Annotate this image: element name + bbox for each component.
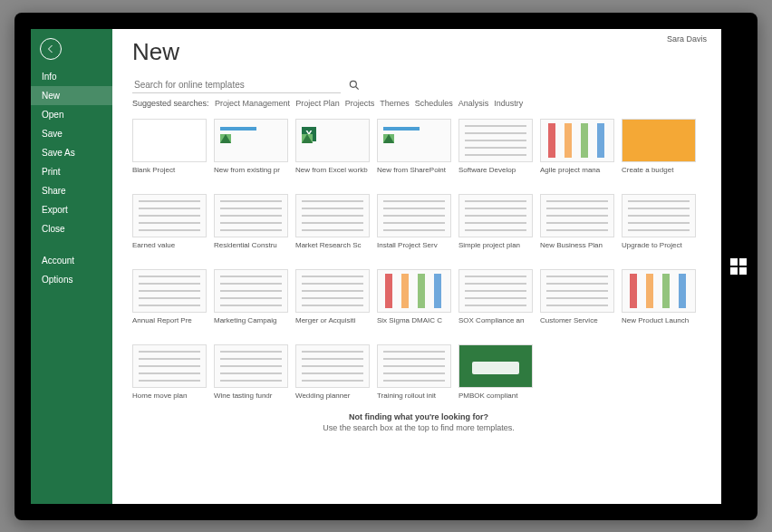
template-thumbnail <box>295 194 370 237</box>
sidebar-item-export[interactable]: Export <box>31 200 112 219</box>
sidebar-item-new[interactable]: New <box>31 86 112 105</box>
template-tile[interactable]: Upgrade to Project <box>622 194 696 249</box>
svg-point-0 <box>350 81 356 87</box>
template-label: Blank Project <box>132 166 207 174</box>
template-label: SOX Compliance an <box>458 316 533 324</box>
footer-question: Not finding what you're looking for? <box>132 412 705 421</box>
template-label: Training rollout init <box>377 392 451 400</box>
template-tile[interactable]: Create a budget <box>622 119 696 174</box>
suggested-link[interactable]: Projects <box>345 99 375 108</box>
user-name[interactable]: Sara Davis <box>667 34 707 44</box>
page-title: New <box>132 38 705 66</box>
suggested-link[interactable]: Project Management <box>215 99 290 108</box>
template-thumbnail <box>132 119 207 162</box>
suggested-link[interactable]: Schedules <box>415 99 453 108</box>
template-tile[interactable]: PMBOK compliant <box>458 344 533 400</box>
search-row <box>132 77 705 93</box>
template-thumbnail <box>377 119 451 162</box>
template-tile[interactable]: Customer Service <box>540 269 614 324</box>
template-tile[interactable]: Market Research Sc <box>295 194 370 249</box>
template-thumbnail <box>377 269 451 313</box>
back-button[interactable] <box>40 38 62 60</box>
template-label: New Business Plan <box>540 241 614 249</box>
template-tile[interactable]: New from existing pr <box>214 119 288 174</box>
sidebar-item-save[interactable]: Save <box>31 124 112 143</box>
sidebar-item-save-as[interactable]: Save As <box>31 143 112 162</box>
back-arrow-icon <box>45 44 56 54</box>
template-tile[interactable]: New Product Launch <box>622 269 696 324</box>
template-label: Merger or Acquisiti <box>295 316 370 324</box>
template-tile[interactable]: Simple project plan <box>458 194 533 249</box>
search-icon[interactable] <box>348 79 361 92</box>
suggested-link[interactable]: Analysis <box>458 99 489 108</box>
template-search-input[interactable] <box>132 77 341 93</box>
sidebar-item-account[interactable]: Account <box>31 251 112 270</box>
windows-key-icon[interactable] <box>730 258 747 275</box>
template-label: Market Research Sc <box>295 241 370 249</box>
template-label: Simple project plan <box>458 241 533 249</box>
template-label: Agile project mana <box>540 166 614 174</box>
template-thumbnail <box>377 194 451 237</box>
sidebar-item-options[interactable]: Options <box>31 270 112 289</box>
template-tile[interactable]: Training rollout init <box>377 344 451 400</box>
template-label: Home move plan <box>132 392 207 400</box>
template-label: Install Project Serv <box>377 241 451 249</box>
template-thumbnail <box>295 119 370 162</box>
template-label: PMBOK compliant <box>458 392 533 400</box>
template-tile[interactable]: Software Develop <box>458 119 533 174</box>
template-thumbnail <box>132 344 207 388</box>
template-thumbnail <box>377 344 451 388</box>
template-tile[interactable]: Six Sigma DMAIC C <box>377 269 451 324</box>
template-tile[interactable]: New from Excel workb <box>295 119 370 174</box>
template-tile[interactable]: SOX Compliance an <box>458 269 533 324</box>
tablet-frame: InfoNewOpenSaveSave AsPrintShareExportCl… <box>14 13 758 520</box>
footer-hint: Not finding what you're looking for? Use… <box>132 412 705 441</box>
template-tile[interactable]: Wine tasting fundr <box>214 344 288 400</box>
template-tile[interactable]: Blank Project <box>132 119 207 174</box>
template-tile[interactable]: Install Project Serv <box>377 194 451 249</box>
template-thumbnail <box>132 194 207 237</box>
template-label: Customer Service <box>540 316 614 324</box>
template-tile[interactable]: Home move plan <box>132 344 207 400</box>
template-thumbnail <box>540 269 614 313</box>
template-label: Residential Constru <box>214 241 288 249</box>
template-label: Wine tasting fundr <box>214 392 288 400</box>
template-label: Create a budget <box>622 166 696 174</box>
template-tile[interactable]: Wedding planner <box>295 344 370 400</box>
template-tile[interactable]: Marketing Campaig <box>214 269 288 324</box>
suggested-link[interactable]: Project Plan <box>295 99 340 108</box>
template-label: New from SharePoint <box>377 166 451 174</box>
sidebar-item-print[interactable]: Print <box>31 162 112 181</box>
template-thumbnail <box>622 194 696 237</box>
template-tile[interactable]: Merger or Acquisiti <box>295 269 370 324</box>
template-label: Marketing Campaig <box>214 316 288 324</box>
template-tile[interactable]: Residential Constru <box>214 194 288 249</box>
template-thumbnail <box>458 119 533 162</box>
footer-text: Use the search box at the top to find mo… <box>132 423 705 432</box>
template-thumbnail <box>458 344 533 388</box>
template-tile[interactable]: Earned value <box>132 194 207 249</box>
template-tile[interactable]: New Business Plan <box>540 194 614 249</box>
sidebar-item-close[interactable]: Close <box>31 219 112 238</box>
suggested-label: Suggested searches: <box>132 99 209 108</box>
template-label: Software Develop <box>458 166 533 174</box>
sidebar-item-open[interactable]: Open <box>31 105 112 124</box>
template-thumbnail <box>622 269 696 313</box>
template-tile[interactable]: Annual Report Pre <box>132 269 207 324</box>
suggested-link[interactable]: Themes <box>380 99 410 108</box>
template-tile[interactable]: Agile project mana <box>540 119 614 174</box>
app-window: InfoNewOpenSaveSave AsPrintShareExportCl… <box>31 29 721 504</box>
sidebar-item-share[interactable]: Share <box>31 181 112 200</box>
suggested-searches: Suggested searches: Project ManagementPr… <box>132 99 705 108</box>
template-thumbnail <box>295 269 370 313</box>
template-thumbnail <box>214 119 288 162</box>
sidebar-item-info[interactable]: Info <box>31 67 112 86</box>
main-content: Sara Davis New Suggested searches: Proje… <box>112 29 721 504</box>
template-label: Wedding planner <box>295 392 370 400</box>
template-label: Six Sigma DMAIC C <box>377 316 451 324</box>
template-tile[interactable]: New from SharePoint <box>377 119 451 174</box>
template-thumbnail <box>540 119 614 162</box>
template-thumbnail <box>458 194 533 237</box>
suggested-link[interactable]: Industry <box>494 99 523 108</box>
template-thumbnail <box>214 194 288 237</box>
